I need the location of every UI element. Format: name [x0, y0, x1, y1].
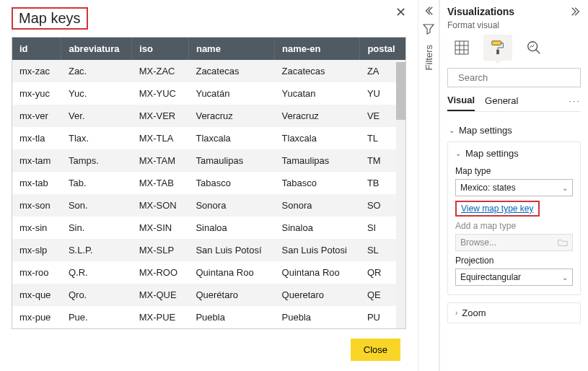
table-cell: Tamaulipas — [188, 149, 274, 172]
projection-select[interactable]: Equirectangular ⌄ — [455, 269, 573, 286]
table-cell: mx-yuc — [12, 82, 61, 105]
tab-general[interactable]: General — [485, 95, 518, 110]
table-cell: mx-ver — [12, 105, 61, 127]
table-cell: mx-tab — [12, 172, 61, 194]
table-cell: Puebla — [188, 306, 274, 328]
table-row[interactable]: mx-rooQ.R.MX-ROOQuintana RooQuintana Roo… — [12, 261, 405, 284]
scrollbar[interactable] — [396, 62, 405, 328]
table-cell: S.L.P. — [61, 239, 132, 261]
table-cell: Sin. — [61, 217, 132, 239]
chevron-right-icon: › — [455, 309, 457, 317]
table-cell: MX-SLP — [132, 239, 189, 261]
format-visual-tab[interactable] — [483, 35, 512, 61]
table-row[interactable]: mx-verVer.MX-VERVeracruzVeracruzVE — [12, 105, 405, 127]
chevron-down-icon: ⌄ — [562, 184, 568, 192]
table-cell: Yuc. — [61, 82, 132, 105]
grid-icon — [455, 40, 469, 55]
magnifier-chart-icon — [526, 40, 542, 56]
browse-input[interactable]: Browse... — [455, 234, 573, 251]
table-cell: Quintana Roo — [275, 261, 360, 284]
search-input[interactable] — [457, 71, 581, 84]
table-cell: MX-SIN — [132, 217, 189, 239]
table-cell: San Luis Potosí — [188, 239, 274, 261]
table-cell: mx-que — [12, 284, 61, 306]
table-row[interactable]: mx-sonSon.MX-SONSonoraSonoraSO — [12, 194, 405, 217]
format-visual-label: Format visual — [447, 20, 581, 30]
format-tabs — [447, 35, 581, 61]
table-cell: Qro. — [61, 284, 132, 306]
table-cell: Puebla — [275, 306, 360, 328]
table-cell: mx-slp — [12, 239, 61, 261]
table-row[interactable]: mx-tabTab.MX-TABTabascoTabascoTB — [12, 172, 405, 194]
table-cell: MX-SON — [132, 194, 189, 217]
filter-icon — [423, 23, 434, 35]
table-cell: Tabasco — [188, 172, 274, 194]
col-name[interactable]: name — [188, 38, 274, 60]
chevron-left-icon[interactable] — [424, 6, 434, 16]
table-row[interactable]: mx-slpS.L.P.MX-SLPSan Luis PotosíSan Lui… — [12, 239, 405, 261]
chevron-right-icon[interactable] — [571, 6, 581, 17]
table-cell: Tabasco — [275, 172, 360, 194]
col-abreviatura[interactable]: abreviatura — [61, 38, 132, 60]
table-cell: Son. — [61, 194, 132, 217]
map-settings-subsection[interactable]: ⌄ Map settings — [455, 148, 573, 162]
table-cell: Quintana Roo — [188, 261, 274, 284]
table-cell: mx-tla — [12, 127, 61, 149]
table-row[interactable]: mx-queQro.MX-QUEQuerétaroQueretaroQE — [12, 284, 405, 306]
more-options-icon[interactable]: ··· — [569, 95, 581, 110]
col-id[interactable]: id — [12, 38, 61, 60]
table-cell: MX-QUE — [132, 284, 189, 306]
table-cell: MX-VER — [132, 105, 189, 127]
table-row[interactable]: mx-sinSin.MX-SINSinaloaSinaloaSI — [12, 217, 405, 239]
table-cell: mx-zac — [12, 60, 61, 82]
map-keys-table: id abreviatura iso name name-en postal m… — [12, 37, 406, 329]
table-cell: Tlaxcala — [275, 127, 360, 149]
build-visual-tab[interactable] — [447, 35, 476, 61]
filters-rail[interactable]: Filters — [418, 0, 439, 371]
scrollbar-thumb[interactable] — [396, 62, 405, 120]
analytics-tab[interactable] — [519, 35, 548, 61]
table-cell: Sinaloa — [275, 217, 360, 239]
map-settings-section[interactable]: ⌄ Map settings — [447, 119, 581, 141]
map-keys-modal: ✕ Map keys id abreviatura iso name name-… — [0, 0, 418, 371]
table-cell: Zacatecas — [188, 60, 274, 82]
col-postal[interactable]: postal — [360, 38, 405, 60]
table-cell: Tamaulipas — [275, 149, 360, 172]
col-name-en[interactable]: name-en — [275, 38, 360, 60]
zoom-section[interactable]: › Zoom — [447, 302, 581, 323]
table-row[interactable]: mx-yucYuc.MX-YUCYucatánYucatanYU — [12, 82, 405, 105]
search-box[interactable] — [447, 68, 581, 87]
svg-line-8 — [536, 50, 540, 54]
table-cell: MX-TAM — [132, 149, 189, 172]
map-settings-card: ⌄ Map settings Map type Mexico: states ⌄… — [447, 141, 581, 295]
table-row[interactable]: mx-tamTamps.MX-TAMTamaulipasTamaulipasTM — [12, 149, 405, 172]
table-row[interactable]: mx-puePue.MX-PUEPueblaPueblaPU — [12, 306, 405, 328]
table-cell: mx-pue — [12, 306, 61, 328]
table-cell: Sonora — [188, 194, 274, 217]
close-button[interactable]: Close — [351, 339, 400, 361]
modal-title: Map keys — [12, 7, 88, 30]
table-cell: MX-PUE — [132, 306, 189, 328]
table-cell: Veracruz — [275, 105, 360, 127]
table-row[interactable]: mx-tlaTlax.MX-TLATlaxcalaTlaxcalaTL — [12, 127, 405, 149]
table-cell: Queretaro — [275, 284, 360, 306]
table-cell: Tab. — [61, 172, 132, 194]
close-icon[interactable]: ✕ — [395, 4, 406, 20]
view-map-type-key-link[interactable]: View map type key — [455, 201, 540, 217]
chevron-down-icon: ⌄ — [455, 149, 461, 157]
folder-icon — [558, 238, 568, 247]
table-cell: Yucatán — [188, 82, 274, 105]
svg-rect-6 — [496, 50, 499, 54]
table-row[interactable]: mx-zacZac.MX-ZACZacatecasZacatecasZA — [12, 60, 405, 82]
add-map-type-label: Add a map type — [455, 221, 573, 231]
table-cell: San Luis Potosi — [275, 239, 360, 261]
table-cell: Veracruz — [188, 105, 274, 127]
table-cell: Zacatecas — [275, 60, 360, 82]
table-cell: Tamps. — [61, 149, 132, 172]
table-cell: Tlaxcala — [188, 127, 274, 149]
tab-visual[interactable]: Visual — [447, 95, 475, 111]
map-type-select[interactable]: Mexico: states ⌄ — [455, 179, 573, 196]
chevron-down-icon: ⌄ — [449, 126, 455, 134]
table-cell: Querétaro — [188, 284, 274, 306]
col-iso[interactable]: iso — [132, 38, 189, 60]
